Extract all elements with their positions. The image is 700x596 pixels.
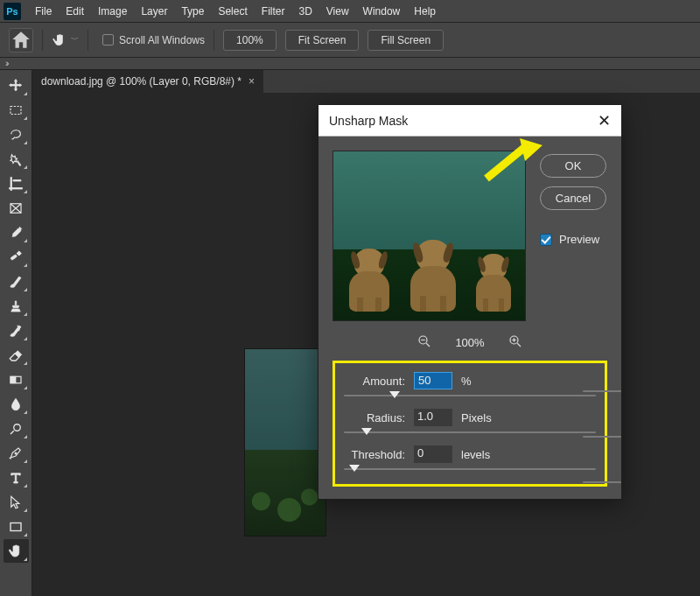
home-button[interactable] bbox=[9, 28, 33, 53]
scroll-all-windows-checkbox[interactable]: Scroll All Windows bbox=[97, 34, 205, 46]
document-tab-bar: download.jpg @ 100% (Layer 0, RGB/8#) * … bbox=[32, 70, 700, 93]
amount-input[interactable]: 50 bbox=[414, 372, 452, 389]
menu-image[interactable]: Image bbox=[91, 2, 134, 21]
radius-label: Radius: bbox=[344, 411, 405, 424]
svg-rect-4 bbox=[10, 376, 16, 383]
rectangular-marquee-tool[interactable] bbox=[4, 98, 29, 122]
amount-label: Amount: bbox=[344, 375, 405, 388]
dialog-titlebar[interactable]: Unsharp Mask ✕ bbox=[318, 105, 621, 137]
fill-screen-button[interactable]: Fill Screen bbox=[368, 30, 444, 51]
options-bar: ﹀ Scroll All Windows 100% Fit Screen Fil… bbox=[0, 23, 700, 58]
fit-screen-button[interactable]: Fit Screen bbox=[285, 30, 360, 51]
svg-rect-2 bbox=[10, 254, 18, 260]
radius-row: Radius: 1.0 Pixels bbox=[344, 409, 596, 426]
zoom-out-button[interactable] bbox=[416, 333, 432, 352]
menu-edit[interactable]: Edit bbox=[59, 2, 91, 21]
panel-expand-strip[interactable]: ›› bbox=[0, 58, 700, 70]
preview-label: Preview bbox=[559, 233, 599, 246]
brush-tool[interactable] bbox=[4, 270, 29, 293]
blur-tool[interactable] bbox=[4, 392, 29, 416]
menu-layer[interactable]: Layer bbox=[134, 2, 174, 21]
radius-input[interactable]: 1.0 bbox=[414, 409, 452, 426]
workspace: download.jpg @ 100% (Layer 0, RGB/8#) * … bbox=[0, 70, 700, 596]
threshold-input[interactable]: 0 bbox=[414, 445, 452, 463]
zoom-in-button[interactable] bbox=[508, 333, 523, 352]
scroll-all-windows-label: Scroll All Windows bbox=[119, 34, 205, 46]
document-tab[interactable]: download.jpg @ 100% (Layer 0, RGB/8#) * … bbox=[32, 70, 263, 93]
frame-tool[interactable] bbox=[4, 196, 29, 220]
path-selection-tool[interactable] bbox=[4, 490, 29, 514]
clone-stamp-tool[interactable] bbox=[4, 294, 29, 318]
radius-unit: Pixels bbox=[461, 411, 492, 424]
cancel-button[interactable]: Cancel bbox=[540, 186, 606, 210]
preview-checkbox[interactable]: Preview bbox=[540, 233, 606, 246]
eraser-tool[interactable] bbox=[4, 343, 29, 367]
threshold-slider-ext[interactable] bbox=[583, 481, 621, 483]
separator bbox=[42, 30, 43, 51]
menu-3d[interactable]: 3D bbox=[291, 2, 318, 21]
lasso-tool[interactable] bbox=[4, 123, 29, 146]
threshold-label: Threshold: bbox=[344, 448, 405, 461]
healing-brush-tool[interactable] bbox=[4, 245, 29, 269]
unsharp-mask-dialog: Unsharp Mask ✕ OK Cancel bbox=[318, 104, 622, 500]
ok-button[interactable]: OK bbox=[540, 154, 606, 178]
expand-panels-icon: ›› bbox=[5, 59, 8, 68]
quick-selection-tool[interactable] bbox=[4, 147, 29, 171]
rectangle-tool[interactable] bbox=[4, 515, 29, 538]
amount-slider-ext[interactable] bbox=[583, 390, 621, 392]
hand-icon bbox=[52, 32, 67, 48]
menu-window[interactable]: Window bbox=[356, 2, 408, 21]
chevron-down-icon: ﹀ bbox=[67, 34, 79, 46]
current-tool-indicator[interactable]: ﹀ bbox=[52, 32, 79, 48]
pen-tool[interactable] bbox=[4, 441, 29, 465]
svg-rect-7 bbox=[10, 522, 21, 530]
history-brush-tool[interactable] bbox=[4, 319, 29, 342]
menu-filter[interactable]: Filter bbox=[255, 2, 292, 21]
home-icon bbox=[10, 29, 32, 52]
dialog-title: Unsharp Mask bbox=[329, 114, 408, 128]
separator bbox=[88, 30, 88, 51]
canvas-area[interactable]: download.jpg @ 100% (Layer 0, RGB/8#) * … bbox=[32, 70, 700, 596]
separator bbox=[214, 30, 214, 51]
tools-panel bbox=[0, 70, 32, 596]
threshold-row: Threshold: 0 levels bbox=[344, 445, 596, 463]
filter-preview-thumbnail[interactable] bbox=[332, 151, 526, 321]
move-tool[interactable] bbox=[4, 74, 29, 97]
menu-view[interactable]: View bbox=[319, 2, 356, 21]
document-tab-label: download.jpg @ 100% (Layer 0, RGB/8#) * bbox=[41, 75, 242, 88]
checkbox-checked-icon bbox=[540, 234, 552, 246]
type-tool[interactable] bbox=[4, 466, 29, 489]
amount-slider[interactable] bbox=[344, 395, 596, 396]
close-dialog-icon[interactable]: ✕ bbox=[598, 111, 611, 130]
parameters-highlight-box: Amount: 50 % Radius: 1.0 Pixels bbox=[332, 361, 607, 487]
svg-rect-0 bbox=[10, 106, 21, 114]
menu-select[interactable]: Select bbox=[211, 2, 254, 21]
gradient-tool[interactable] bbox=[4, 368, 29, 391]
zoom-percent-button[interactable]: 100% bbox=[223, 30, 276, 51]
amount-unit: % bbox=[461, 375, 472, 388]
close-tab-icon[interactable]: × bbox=[248, 75, 255, 88]
eyedropper-tool[interactable] bbox=[4, 221, 29, 244]
menu-help[interactable]: Help bbox=[407, 2, 443, 21]
radius-slider-ext[interactable] bbox=[583, 436, 621, 438]
checkbox-empty-icon bbox=[102, 34, 114, 46]
canvas-image[interactable] bbox=[244, 348, 326, 536]
menu-file[interactable]: File bbox=[28, 2, 59, 21]
threshold-unit: levels bbox=[461, 448, 490, 461]
menu-type[interactable]: Type bbox=[174, 2, 211, 21]
hand-tool[interactable] bbox=[4, 539, 29, 563]
dodge-tool[interactable] bbox=[4, 417, 29, 440]
amount-row: Amount: 50 % bbox=[344, 372, 596, 389]
app-logo: Ps bbox=[4, 3, 21, 20]
crop-tool[interactable] bbox=[4, 172, 29, 195]
svg-point-6 bbox=[15, 452, 17, 453]
threshold-slider[interactable] bbox=[344, 468, 596, 470]
svg-point-5 bbox=[14, 424, 21, 431]
radius-slider[interactable] bbox=[344, 431, 596, 433]
preview-zoom-level: 100% bbox=[455, 336, 484, 349]
menu-bar: Ps File Edit Image Layer Type Select Fil… bbox=[0, 0, 700, 23]
